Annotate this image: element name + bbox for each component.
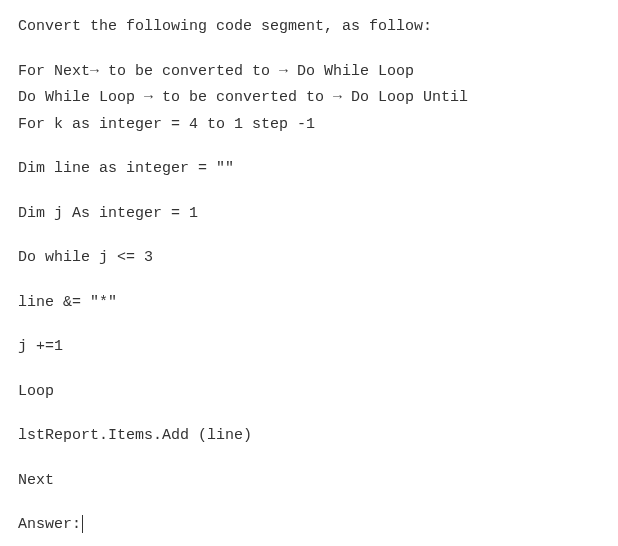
spacer [18,318,600,336]
spacer [18,452,600,470]
code-line-5: line &= "*" [18,292,600,315]
answer-label: Answer: [18,516,81,533]
code-line-4: Do while j <= 3 [18,247,600,270]
spacer [18,140,600,158]
spacer [18,274,600,292]
code-line-3: Dim j As integer = 1 [18,203,600,226]
code-line-6: j +=1 [18,336,600,359]
code-line-1: For k as integer = 4 to 1 step -1 [18,114,600,137]
text-cursor [82,515,83,533]
spacer [18,407,600,425]
instruction-1: For Next→ to be converted to → Do While … [18,61,600,84]
code-line-2: Dim line as integer = "" [18,158,600,181]
spacer [18,496,600,514]
code-line-9: Next [18,470,600,493]
spacer [18,185,600,203]
spacer [18,43,600,61]
heading-text: Convert the following code segment, as f… [18,16,600,39]
code-line-7: Loop [18,381,600,404]
spacer [18,363,600,381]
instruction-2: Do While Loop → to be converted to → Do … [18,87,600,110]
code-line-8: lstReport.Items.Add (line) [18,425,600,448]
answer-line: Answer: [18,514,600,537]
spacer [18,229,600,247]
